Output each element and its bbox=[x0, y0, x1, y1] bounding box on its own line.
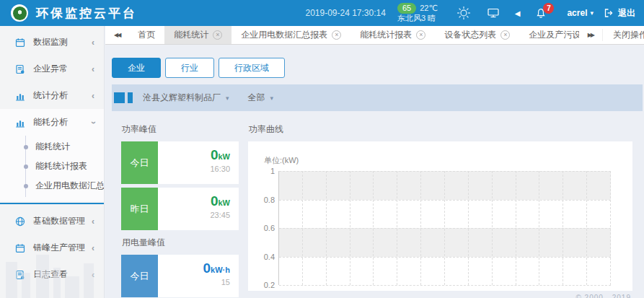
close-icon[interactable]: × bbox=[500, 30, 510, 40]
bar-chart-icon bbox=[15, 118, 25, 128]
main-content: 企业 行业 行政区域 沧县义辉塑料制品厂 ▾ 全部 ▾ 功率峰值 今日 bbox=[105, 45, 644, 298]
selector-bar: 沧县义辉塑料制品厂 ▾ 全部 ▾ bbox=[112, 84, 643, 111]
chart-title: 功率曲线 bbox=[249, 123, 632, 136]
chevron-left-icon: ‹ bbox=[92, 38, 94, 48]
sidebar-subitem-power-summary-report[interactable]: 企业用电数据汇总报表 bbox=[26, 176, 104, 196]
chevron-down-icon: ▾ bbox=[590, 9, 594, 17]
datetime-text: 2019-09-24 17:30:14 bbox=[305, 8, 385, 18]
peak-time: 15 bbox=[158, 278, 230, 286]
view-button-enterprise[interactable]: 企业 bbox=[112, 58, 161, 78]
tabs-scroll-right-icon[interactable]: ▶▶ bbox=[579, 32, 602, 38]
calendar-icon bbox=[15, 38, 25, 48]
bar-chart-icon bbox=[15, 91, 25, 101]
app-title: 环保监控云平台 bbox=[36, 5, 137, 22]
tab-energy-stats[interactable]: 能耗统计 × bbox=[164, 26, 231, 44]
view-button-region[interactable]: 行政区域 bbox=[219, 58, 285, 78]
close-operations-menu[interactable]: 关闭操作 bbox=[602, 29, 644, 41]
power-curve-chart: 单位:(kW) 1 0.8 0.6 0.4 0.2 bbox=[248, 141, 632, 291]
accent-bar-icon bbox=[128, 92, 133, 103]
tab-home[interactable]: 首页 bbox=[128, 26, 164, 44]
city-watermark bbox=[0, 233, 105, 298]
power-peak-title: 功率峰值 bbox=[122, 123, 239, 136]
user-menu[interactable]: acrel▾ bbox=[567, 8, 594, 18]
tab-power-summary-report[interactable]: 企业用电数据汇总报表 × bbox=[231, 26, 350, 44]
chart-plot-area: 1 0.8 0.6 0.4 0.2 bbox=[278, 171, 611, 285]
document-icon bbox=[15, 64, 25, 74]
scope-dropdown[interactable]: 全部 ▾ bbox=[248, 92, 274, 104]
period-label: 昨日 bbox=[121, 188, 158, 230]
y-tick: 1 bbox=[250, 167, 275, 175]
tabbar: ◀◀ 首页 能耗统计 × 企业用电数据汇总报表 × 能耗统计报表 × 设备状态列… bbox=[105, 26, 644, 45]
sidebar-subitem-energy-report[interactable]: 能耗统计报表 bbox=[26, 157, 104, 176]
sidebar-item-base-data[interactable]: 基础数据管理 ‹ bbox=[0, 208, 104, 235]
chart-unit-label: 单位:(kW) bbox=[264, 155, 299, 166]
tab-device-status[interactable]: 设备状态列表 × bbox=[435, 26, 519, 44]
close-icon[interactable]: × bbox=[213, 30, 222, 40]
energy-analysis-submenu: 能耗统计 能耗统计报表 企业用电数据汇总报表 bbox=[25, 136, 104, 197]
tab-energy-report[interactable]: 能耗统计报表 × bbox=[350, 26, 435, 44]
app-window: 环保监控云平台 2019-09-24 17:30:14 65 22℃ 东北风3 … bbox=[0, 0, 644, 298]
sidebar-item-energy-analysis[interactable]: 能耗分析 ‹ bbox=[0, 109, 104, 136]
chart-gridlines bbox=[279, 171, 611, 285]
view-switcher: 企业 行业 行政区域 bbox=[112, 58, 644, 78]
close-icon[interactable]: × bbox=[332, 30, 341, 40]
peak-value: 0kW·h bbox=[158, 261, 230, 277]
sidebar-group-energy-analysis: 能耗分析 ‹ 能耗统计 能耗统计报表 企业用电数据汇总报表 bbox=[0, 109, 104, 201]
peak-time: 16:30 bbox=[158, 165, 230, 173]
accent-square-icon bbox=[114, 92, 125, 103]
close-icon[interactable]: × bbox=[416, 30, 425, 40]
bell-icon[interactable]: 7 bbox=[536, 8, 546, 19]
chevron-down-icon: ▾ bbox=[226, 95, 229, 102]
chevron-left-icon: ‹ bbox=[92, 91, 94, 101]
tabs-scroll-left-icon[interactable]: ◀◀ bbox=[105, 26, 128, 44]
y-tick: 0.8 bbox=[250, 196, 275, 204]
sidebar-item-statistics[interactable]: 统计分析 ‹ bbox=[0, 82, 104, 109]
y-tick: 0.2 bbox=[250, 281, 275, 289]
wind-text: 东北风3 晴 bbox=[397, 14, 438, 23]
sidebar: 数据监测 ‹ 企业异常 ‹ 统计分析 ‹ bbox=[0, 26, 105, 298]
copyright-text: © 2000 - 2019 bbox=[575, 294, 631, 298]
sidebar-item-data-monitor[interactable]: 数据监测 ‹ bbox=[0, 29, 104, 56]
sidebar-item-enterprise-abnormal[interactable]: 企业异常 ‹ bbox=[0, 56, 104, 82]
y-tick: 0.6 bbox=[250, 224, 275, 232]
company-dropdown[interactable]: 沧县义辉塑料制品厂 ▾ bbox=[143, 92, 229, 104]
platform-logo bbox=[11, 4, 28, 22]
topbar: 环保监控云平台 2019-09-24 17:30:14 65 22℃ 东北风3 … bbox=[0, 0, 644, 26]
period-label: 今日 bbox=[121, 255, 158, 297]
aqi-badge: 65 bbox=[397, 3, 416, 14]
sidebar-subitem-energy-stats[interactable]: 能耗统计 bbox=[26, 137, 104, 157]
period-label: 今日 bbox=[121, 141, 158, 184]
logout-button[interactable]: 退出 bbox=[604, 7, 635, 19]
logout-icon bbox=[604, 8, 614, 18]
chevron-down-icon: ‹ bbox=[88, 121, 98, 124]
power-peak-card-today: 今日 0kW 16:30 bbox=[121, 141, 239, 184]
peak-value: 0kW bbox=[158, 194, 230, 210]
energy-peak-card-today: 今日 0kW·h 15 bbox=[121, 255, 239, 297]
notification-badge[interactable]: 7 bbox=[543, 3, 554, 14]
weather-widget: 65 22℃ 东北风3 晴 bbox=[397, 3, 438, 23]
monitor-icon[interactable] bbox=[488, 8, 499, 18]
power-curve-section: 功率曲线 单位:(kW) 1 0.8 0.6 0.4 0.2 bbox=[248, 111, 632, 298]
view-button-industry[interactable]: 行业 bbox=[165, 58, 214, 78]
y-tick: 0.4 bbox=[250, 253, 275, 261]
power-peak-card-yesterday: 昨日 0kW 23:45 bbox=[121, 188, 239, 230]
chevron-left-icon: ‹ bbox=[92, 216, 94, 227]
sound-icon[interactable]: ◀ bbox=[515, 9, 521, 17]
chevron-down-icon: ▾ bbox=[270, 95, 274, 102]
peak-time: 23:45 bbox=[158, 211, 230, 219]
peak-panel: 功率峰值 今日 0kW 16:30 昨日 0kW 23:45 用电量峰值 bbox=[121, 111, 239, 298]
peak-value: 0kW bbox=[158, 148, 230, 164]
globe-icon bbox=[15, 216, 25, 227]
temperature-text: 22℃ bbox=[420, 4, 438, 13]
sun-icon bbox=[456, 5, 472, 21]
energy-peak-title: 用电量峰值 bbox=[122, 237, 239, 249]
chevron-left-icon: ‹ bbox=[92, 64, 94, 74]
